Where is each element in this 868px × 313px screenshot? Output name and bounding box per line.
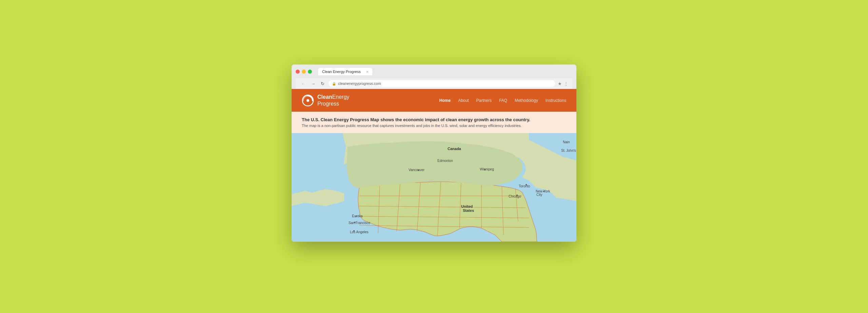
svg-point-23 <box>543 191 545 192</box>
label-los-angeles: Los Angeles <box>350 230 369 234</box>
logo-text: CleanEnergy Progress <box>317 94 349 107</box>
map-background: Canada United States Edmonton Vancouver … <box>292 133 576 242</box>
svg-point-24 <box>355 216 357 217</box>
tab-close-button[interactable]: × <box>366 70 368 74</box>
site-logo[interactable]: CleanEnergy Progress <box>302 94 349 107</box>
close-button[interactable] <box>296 70 300 74</box>
label-vancouver: Vancouver <box>409 168 425 172</box>
label-states: States <box>463 208 474 213</box>
label-canada: Canada <box>448 147 461 151</box>
svg-point-5 <box>525 192 533 196</box>
refresh-button[interactable]: ↻ <box>319 80 326 87</box>
map-svg: Canada United States Edmonton Vancouver … <box>292 133 576 242</box>
svg-point-19 <box>418 169 419 171</box>
banner-subtitle: The map is a non-partisan public resourc… <box>302 124 566 128</box>
nav-methodology[interactable]: Methodology <box>515 98 538 103</box>
label-san-francisco: San Francisco <box>349 221 370 225</box>
traffic-lights <box>296 70 312 74</box>
bookmark-icon[interactable]: ★ <box>558 81 562 86</box>
maximize-button[interactable] <box>308 70 312 74</box>
label-nain: Nain <box>563 140 570 144</box>
nav-partners[interactable]: Partners <box>476 98 492 103</box>
nav-instructions[interactable]: Instructions <box>546 98 566 103</box>
minimize-button[interactable] <box>302 70 306 74</box>
svg-point-1 <box>307 99 309 102</box>
logo-strong: Clean <box>317 94 332 100</box>
nav-about[interactable]: About <box>458 98 469 103</box>
url-text: cleanenergyprogress.com <box>338 81 381 86</box>
site-navigation: CleanEnergy Progress Home About Partners… <box>292 89 576 111</box>
browser-actions: ★ ⋮ <box>558 81 568 86</box>
back-button[interactable]: ← <box>300 80 307 87</box>
label-toronto: Toronto <box>519 184 530 188</box>
menu-icon[interactable]: ⋮ <box>564 81 568 86</box>
label-chicago: Chicago <box>509 195 521 198</box>
label-edmonton: Edmonton <box>437 159 453 163</box>
svg-point-21 <box>526 184 527 185</box>
titlebar: Clean Energy Progress × <box>296 68 572 75</box>
label-eureka: Eureka <box>352 214 363 218</box>
logo-progress: Progress <box>317 100 349 107</box>
browser-window: Clean Energy Progress × ← → ↻ 🔒 cleanene… <box>292 65 576 241</box>
logo-energy: Energy <box>332 94 350 100</box>
label-st-johns: St. John's <box>561 149 576 152</box>
address-bar: ← → ↻ 🔒 cleanenergyprogress.com ★ ⋮ <box>296 78 572 89</box>
map-container[interactable]: Canada United States Edmonton Vancouver … <box>292 133 576 242</box>
lock-icon: 🔒 <box>332 82 336 86</box>
banner-title: The U.S. Clean Energy Progress Map shows… <box>302 117 566 122</box>
nav-links: Home About Partners FAQ Methodology Inst… <box>439 98 566 103</box>
address-input[interactable]: 🔒 cleanenergyprogress.com <box>329 80 555 87</box>
logo-icon <box>302 94 314 107</box>
label-city: City <box>536 193 542 197</box>
website-content: CleanEnergy Progress Home About Partners… <box>292 89 576 241</box>
svg-point-20 <box>484 169 486 170</box>
forward-button[interactable]: → <box>310 80 317 87</box>
tab-bar: Clean Energy Progress × <box>318 68 572 75</box>
label-united-states: United <box>461 204 473 208</box>
nav-faq[interactable]: FAQ <box>499 98 507 103</box>
active-tab[interactable]: Clean Energy Progress × <box>318 68 372 75</box>
intro-banner: The U.S. Clean Energy Progress Map shows… <box>292 112 576 133</box>
svg-point-26 <box>353 230 355 232</box>
label-winnipeg: Winnipeg <box>480 167 494 171</box>
svg-point-25 <box>354 222 355 223</box>
svg-point-22 <box>516 195 518 196</box>
browser-chrome: Clean Energy Progress × ← → ↻ 🔒 cleanene… <box>292 65 576 89</box>
nav-home[interactable]: Home <box>439 98 451 103</box>
tab-title: Clean Energy Progress <box>322 70 363 74</box>
